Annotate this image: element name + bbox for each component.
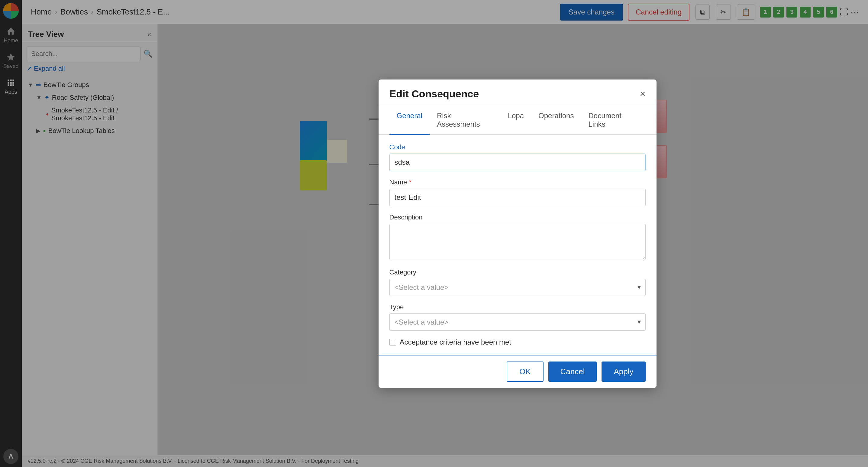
form-group-name: Name (390, 178, 646, 206)
type-select[interactable]: <Select a value> (390, 314, 646, 331)
ok-button[interactable]: OK (507, 361, 544, 382)
modal-title: Edit Consequence (390, 88, 479, 100)
tab-operations[interactable]: Operations (531, 106, 581, 135)
form-group-type: Type <Select a value> ▾ (390, 303, 646, 331)
tab-lopa[interactable]: Lopa (501, 106, 531, 135)
type-label: Type (390, 303, 646, 311)
tab-risk-assessments[interactable]: Risk Assessments (430, 106, 501, 135)
type-select-wrapper: <Select a value> ▾ (390, 314, 646, 331)
category-select[interactable]: <Select a value> (390, 279, 646, 296)
tab-general[interactable]: General (390, 106, 430, 135)
modal-body: Code Name Description Category <Select a… (378, 135, 656, 355)
modal-close-button[interactable]: × (640, 88, 646, 99)
acceptance-criteria-row: Acceptance criteria have been met (390, 338, 646, 346)
description-textarea[interactable] (390, 224, 646, 260)
acceptance-criteria-label: Acceptance criteria have been met (400, 338, 512, 346)
form-group-code: Code (390, 143, 646, 171)
modal-header: Edit Consequence × (378, 80, 656, 106)
name-label: Name (390, 178, 646, 186)
category-select-wrapper: <Select a value> ▾ (390, 279, 646, 296)
acceptance-criteria-checkbox[interactable] (390, 339, 396, 346)
tab-document-links[interactable]: Document Links (581, 106, 645, 135)
form-group-category: Category <Select a value> ▾ (390, 268, 646, 296)
code-label: Code (390, 143, 646, 151)
form-group-description: Description (390, 213, 646, 261)
modal-tabs: General Risk Assessments Lopa Operations… (378, 106, 656, 135)
name-input[interactable] (390, 188, 646, 206)
category-label: Category (390, 268, 646, 276)
description-label: Description (390, 213, 646, 221)
apply-button[interactable]: Apply (601, 361, 645, 382)
code-input[interactable] (390, 153, 646, 171)
modal-footer: OK Cancel Apply (378, 355, 656, 388)
edit-consequence-modal: Edit Consequence × General Risk Assessme… (378, 80, 656, 388)
cancel-button[interactable]: Cancel (548, 361, 597, 382)
